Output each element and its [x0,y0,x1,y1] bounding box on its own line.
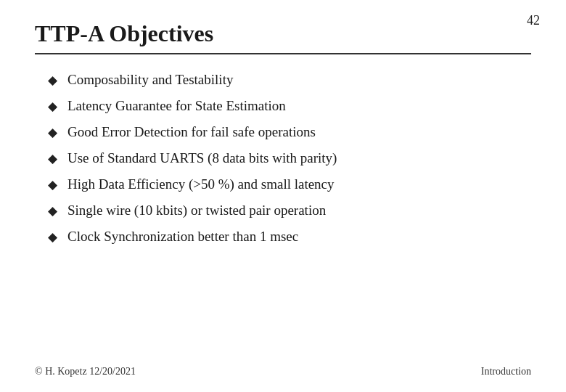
footer-right: Introduction [481,366,531,377]
bullet-icon: ◆ [48,177,57,194]
bullet-icon: ◆ [48,229,57,246]
list-item: ◆ Composability and Testability [48,70,531,89]
bullet-list: ◆ Composability and Testability ◆ Latenc… [48,70,531,246]
list-item: ◆ Use of Standard UARTS (8 data bits wit… [48,149,531,168]
slide-number: 42 [527,13,540,28]
bullet-icon: ◆ [48,125,57,142]
list-item: ◆ Latency Guarantee for State Estimation [48,97,531,115]
footer-left: © H. Kopetz 12/20/2021 [35,366,136,377]
title-divider [35,53,531,54]
list-item: ◆ Single wire (10 kbits) or twisted pair… [48,201,531,220]
bullet-icon: ◆ [48,73,57,89]
slide: 42 TTP-A Objectives ◆ Composability and … [0,0,566,392]
footer: © H. Kopetz 12/20/2021 Introduction [35,366,531,377]
bullet-icon: ◆ [48,99,57,115]
slide-title: TTP-A Objectives [35,20,531,47]
bullet-icon: ◆ [48,151,57,168]
list-item: ◆ High Data Efficiency (>50 %) and small… [48,175,531,194]
list-item: ◆ Clock Synchronization better than 1 ms… [48,227,531,246]
bullet-icon: ◆ [48,203,57,220]
list-item: ◆ Good Error Detection for fail safe ope… [48,123,531,142]
